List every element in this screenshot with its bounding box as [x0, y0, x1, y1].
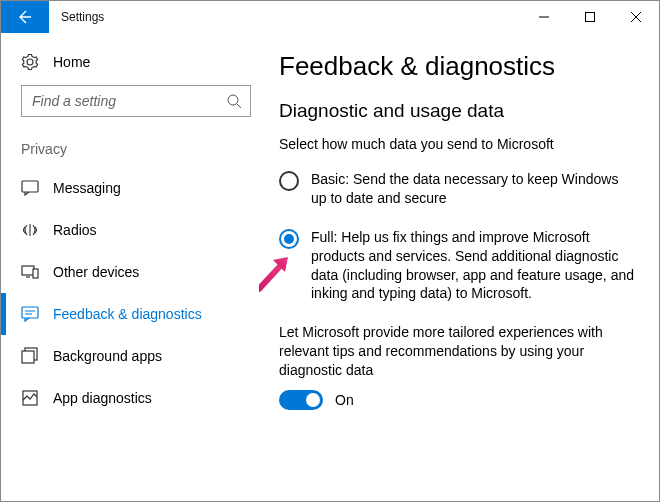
section-description: Select how much data you send to Microso…	[279, 136, 635, 152]
radio-circle-icon	[279, 171, 299, 191]
svg-rect-7	[22, 351, 34, 363]
sidebar-item-label: Feedback & diagnostics	[53, 306, 202, 322]
svg-rect-2	[22, 181, 38, 192]
sidebar-home[interactable]: Home	[21, 45, 259, 85]
close-icon	[631, 12, 641, 22]
maximize-button[interactable]	[567, 1, 613, 33]
sidebar-item-feedback-diagnostics[interactable]: Feedback & diagnostics	[21, 293, 259, 335]
maximize-icon	[585, 12, 595, 22]
radio-option-basic[interactable]: Basic: Send the data necessary to keep W…	[279, 170, 635, 208]
svg-point-1	[228, 95, 238, 105]
sidebar-home-label: Home	[53, 54, 90, 70]
radio-label: Full: Help us fix things and improve Mic…	[311, 228, 635, 304]
message-icon	[21, 179, 39, 197]
tailored-toggle-row: On	[279, 390, 635, 410]
sidebar-item-label: App diagnostics	[53, 390, 152, 406]
radio-circle-checked-icon	[279, 229, 299, 249]
sidebar-item-radios[interactable]: Radios	[21, 209, 259, 251]
window-title: Settings	[49, 1, 116, 33]
page-heading: Feedback & diagnostics	[279, 51, 635, 82]
sidebar-item-label: Messaging	[53, 180, 121, 196]
search-icon	[226, 93, 242, 109]
svg-rect-5	[22, 307, 38, 318]
search-input[interactable]	[32, 93, 226, 109]
sidebar-item-label: Other devices	[53, 264, 139, 280]
radios-icon	[21, 221, 39, 239]
sidebar-item-background-apps[interactable]: Background apps	[21, 335, 259, 377]
back-button[interactable]	[1, 1, 49, 33]
svg-rect-0	[586, 13, 595, 22]
svg-rect-4	[33, 269, 38, 278]
tailored-toggle[interactable]	[279, 390, 323, 410]
section-heading: Diagnostic and usage data	[279, 100, 635, 122]
sidebar-item-other-devices[interactable]: Other devices	[21, 251, 259, 293]
minimize-button[interactable]	[521, 1, 567, 33]
sidebar-item-messaging[interactable]: Messaging	[21, 167, 259, 209]
background-apps-icon	[21, 347, 39, 365]
main-panel: Feedback & diagnostics Diagnostic and us…	[259, 33, 659, 501]
radio-option-full[interactable]: Full: Help us fix things and improve Mic…	[279, 228, 635, 304]
sidebar-item-app-diagnostics[interactable]: App diagnostics	[21, 377, 259, 419]
sidebar-item-label: Background apps	[53, 348, 162, 364]
gear-icon	[21, 53, 39, 71]
minimize-icon	[539, 12, 549, 22]
close-button[interactable]	[613, 1, 659, 33]
sidebar-item-label: Radios	[53, 222, 97, 238]
app-diagnostics-icon	[21, 389, 39, 407]
search-box[interactable]	[21, 85, 251, 117]
titlebar: Settings	[1, 1, 659, 33]
toggle-label: On	[335, 392, 354, 408]
content: Home Privacy Messaging Radios Other devi…	[1, 33, 659, 501]
arrow-left-icon	[17, 9, 33, 25]
svg-rect-3	[22, 266, 34, 275]
sidebar: Home Privacy Messaging Radios Other devi…	[1, 33, 259, 501]
feedback-icon	[21, 305, 39, 323]
devices-icon	[21, 263, 39, 281]
tailored-experiences-text: Let Microsoft provide more tailored expe…	[279, 323, 635, 380]
radio-label: Basic: Send the data necessary to keep W…	[311, 170, 635, 208]
sidebar-group-label: Privacy	[21, 141, 259, 157]
